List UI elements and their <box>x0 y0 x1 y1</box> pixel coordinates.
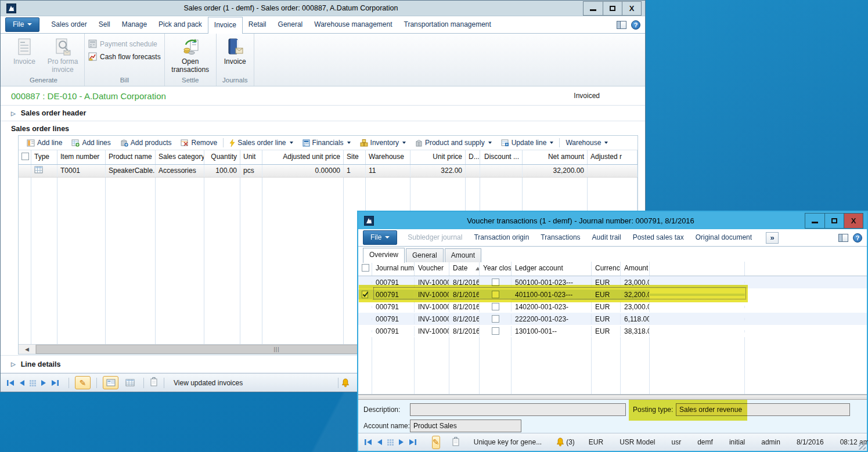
minimize-button[interactable] <box>584 2 603 15</box>
col-warehouse[interactable]: Warehouse <box>366 150 410 164</box>
row-selector-cell[interactable] <box>358 281 372 284</box>
status-account[interactable]: admin <box>759 438 783 446</box>
layout-pane-icon[interactable] <box>838 234 848 242</box>
select-all-cell[interactable] <box>19 150 31 164</box>
col-adjusted-r[interactable]: Adjusted r <box>588 150 638 164</box>
voucher-row[interactable]: 000791 INV-10000... 8/1/2016 500100-001-… <box>358 276 867 288</box>
col-discount[interactable]: Discount ... <box>480 150 523 164</box>
last-record-icon[interactable] <box>409 439 417 446</box>
col-year-closed[interactable]: Year closed <box>480 262 512 276</box>
layout-pane-icon[interactable] <box>617 21 626 29</box>
close-button[interactable]: X <box>622 2 641 15</box>
col-quantity[interactable]: Quantity <box>204 150 240 164</box>
row-selector-cell[interactable] <box>19 165 31 177</box>
minimize-button[interactable] <box>805 214 824 228</box>
update-line-menu[interactable]: Update line <box>496 136 559 150</box>
close-button[interactable]: X <box>844 214 863 228</box>
pro-forma-invoice-button[interactable]: Pro forma invoice <box>45 36 81 74</box>
voucher-row[interactable]: 000791 INV-10000... 8/1/2016 140200-001-… <box>358 301 867 313</box>
first-record-icon[interactable] <box>364 439 372 446</box>
select-all-cell[interactable] <box>358 262 372 276</box>
status-date[interactable]: 8/1/2016 <box>794 438 826 446</box>
description-field[interactable] <box>410 403 626 416</box>
select-all-checkbox[interactable] <box>21 153 29 160</box>
col-date[interactable]: Date <box>449 262 480 276</box>
previous-record-icon[interactable] <box>19 379 25 386</box>
col-product-name[interactable]: Product name <box>106 150 156 164</box>
status-currency[interactable]: EUR <box>586 438 606 446</box>
open-transactions-button[interactable]: Open transactions <box>168 36 213 74</box>
voucher-row-selected[interactable]: 000791 INV-10000... 8/1/2016 401100-001-… <box>358 288 867 301</box>
grid-view-icon[interactable] <box>387 439 394 446</box>
alerts-indicator[interactable]: (3) <box>556 437 575 447</box>
attachments-button[interactable] <box>150 377 158 388</box>
year-closed-checkbox[interactable] <box>492 303 499 310</box>
product-and-supply-menu[interactable]: Product and supply <box>410 136 496 150</box>
col-site[interactable]: Site <box>344 150 366 164</box>
status-company[interactable]: demf <box>695 438 715 446</box>
remove-button[interactable]: Remove <box>176 136 222 150</box>
col-unit-price[interactable]: Unit price <box>410 150 466 164</box>
status-user[interactable]: usr <box>669 438 684 446</box>
inventory-menu[interactable]: Inventory <box>355 136 410 150</box>
scroll-left-button[interactable]: ◀ <box>19 345 36 354</box>
tab-warehouse-management[interactable]: Warehouse management <box>308 17 398 32</box>
help-icon[interactable]: ? <box>631 20 640 30</box>
year-closed-checkbox[interactable] <box>492 291 499 298</box>
add-line-button[interactable]: Add line <box>22 136 67 150</box>
col-currency[interactable]: Currency <box>592 262 621 276</box>
edit-record-button[interactable]: ✎ <box>432 436 440 449</box>
year-closed-checkbox[interactable] <box>492 279 499 286</box>
col-voucher[interactable]: Voucher <box>415 262 449 276</box>
alerts-bell-icon[interactable] <box>341 378 350 388</box>
maximize-button[interactable] <box>603 2 622 15</box>
tab-general[interactable]: General <box>272 17 309 32</box>
form-view-button[interactable] <box>103 376 118 389</box>
edit-record-button[interactable]: ✎ <box>75 376 91 389</box>
tab-invoice[interactable]: Invoice <box>208 17 243 34</box>
row-selector-cell[interactable] <box>358 330 372 332</box>
grid-view-toggle-button[interactable] <box>122 376 138 389</box>
voucher-titlebar[interactable]: Voucher transactions (1 - demf) - Journa… <box>358 212 867 229</box>
next-record-icon[interactable] <box>398 439 405 446</box>
voucher-row[interactable]: 000791 INV-10000... 8/1/2016 222200-001-… <box>358 313 867 325</box>
add-lines-button[interactable]: Add lines <box>67 136 115 150</box>
invoice-generate-button[interactable]: Invoice <box>6 36 42 66</box>
next-record-icon[interactable] <box>41 379 47 386</box>
col-type[interactable]: Type <box>31 150 57 164</box>
financials-menu[interactable]: Financials <box>298 136 355 150</box>
status-layer[interactable]: initial <box>727 438 747 446</box>
file-menu-button[interactable]: File <box>363 230 397 245</box>
menu-original-document[interactable]: Original document <box>690 230 758 245</box>
cash-flow-forecasts-button[interactable]: Cash flow forecasts <box>88 52 161 61</box>
expander-icon[interactable]: ▷ <box>11 110 16 117</box>
tab-pick-and-pack[interactable]: Pick and pack <box>153 17 208 32</box>
menu-subledger-journal[interactable]: Subledger journal <box>402 230 468 245</box>
tab-transportation-management[interactable]: Transportation management <box>398 17 497 32</box>
col-unit[interactable]: Unit <box>240 150 262 164</box>
col-item-number[interactable]: Item number <box>57 150 106 164</box>
year-closed-checkbox[interactable] <box>492 315 499 323</box>
previous-record-icon[interactable] <box>376 439 383 446</box>
warehouse-menu[interactable]: Warehouse <box>561 136 613 150</box>
sales-titlebar[interactable]: Sales order (1 - demf) - Sales order: 00… <box>1 1 645 16</box>
col-adjusted-unit-price[interactable]: Adjusted unit price <box>262 150 344 164</box>
col-sales-category[interactable]: Sales category <box>156 150 204 164</box>
sales-line-row[interactable]: T0001 SpeakerCable... Accessories 100.00… <box>19 165 638 178</box>
row-selector-cell[interactable] <box>358 306 372 308</box>
tab-sell[interactable]: Sell <box>93 17 116 32</box>
tab-sales-order[interactable]: Sales order <box>45 17 92 32</box>
posting-type-field[interactable] <box>676 403 850 416</box>
col-journal-number[interactable]: Journal number <box>372 262 415 276</box>
col-d[interactable]: D... <box>466 150 480 164</box>
resize-grip[interactable] <box>859 443 866 450</box>
col-amount[interactable]: Amount <box>621 262 650 276</box>
payment-schedule-button[interactable]: Payment schedule <box>88 39 161 48</box>
tab-general[interactable]: General <box>406 248 444 262</box>
account-name-field[interactable] <box>410 420 521 432</box>
maximize-button[interactable] <box>824 214 844 228</box>
add-products-button[interactable]: Add products <box>116 136 177 150</box>
col-ledger-account[interactable]: Ledger account <box>512 262 592 276</box>
last-record-icon[interactable] <box>51 379 59 386</box>
row-selector-cell[interactable] <box>358 290 372 299</box>
